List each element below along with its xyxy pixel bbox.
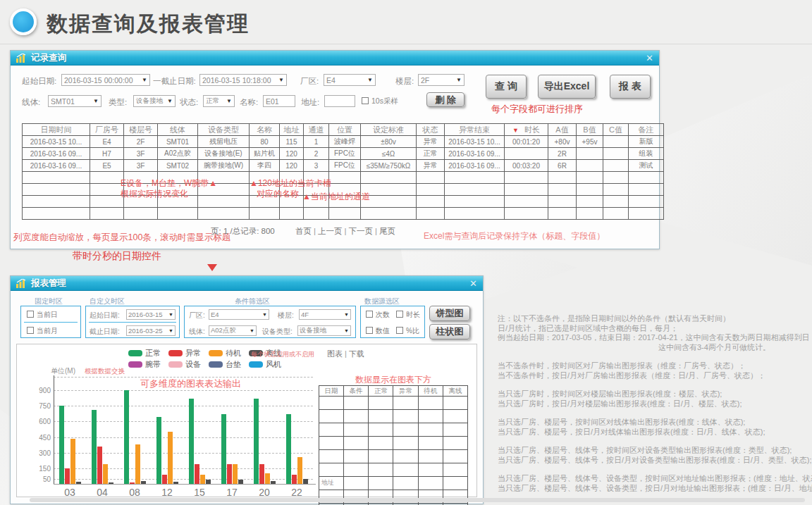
status-select[interactable]: 正常 ▼ [203, 95, 235, 107]
table-row[interactable]: 2016-03-15 10...E42FSMT01残留电压801151波峰焊±8… [23, 136, 664, 148]
legend-item-腕带[interactable]: 腕带 [128, 359, 161, 370]
area-label: 厂区: [300, 76, 319, 87]
column-header-label: 线体 [170, 125, 185, 134]
column-header-设定标准[interactable]: 设定标准 [361, 124, 417, 136]
value-checkbox[interactable]: 数值 [366, 326, 390, 336]
report-cell [418, 397, 443, 410]
legend-swatch [128, 350, 142, 356]
sampling-checkbox[interactable]: 10s采样 [362, 96, 398, 106]
name-input[interactable]: E01 [263, 95, 295, 107]
table-cell [548, 172, 577, 184]
note-line: 当不选条件时，按日/月对厂房输出图形报表（维度：日/月、厂房号、状态）； [498, 371, 812, 381]
nav-上一页[interactable]: 上一页 [318, 227, 343, 235]
area-select[interactable]: E4 ▼ [324, 74, 376, 86]
query-button[interactable]: 查 询 [486, 75, 527, 99]
column-header-日期时间[interactable]: 日期时间 [23, 124, 90, 136]
report-start-input[interactable]: 2016-03-15 ▼ [126, 309, 176, 320]
column-header-位置[interactable]: 位置 [329, 124, 361, 136]
nav-首页[interactable]: 首页 [295, 227, 312, 235]
column-header-通道[interactable]: 通道 [304, 124, 329, 136]
report-area-select[interactable]: E4 ▼ [209, 309, 269, 320]
close-icon[interactable]: ✕ [646, 54, 653, 63]
column-header-地址[interactable]: 地址 [280, 124, 304, 136]
unit-label: 单位(M) [51, 366, 75, 376]
line-label: 线体: [22, 97, 40, 108]
delete-button[interactable]: 删 除 [426, 92, 465, 107]
legend-item-正常[interactable]: 正常 [128, 348, 161, 359]
column-header-label: 厂房号 [95, 125, 118, 134]
bar-异常-17 [227, 464, 232, 484]
report-mgmt-titlebar[interactable]: 报表管理 ✕ [11, 276, 483, 291]
x-tick-label: 15 [183, 487, 216, 498]
address-input[interactable] [324, 95, 355, 107]
legend-swatch [128, 361, 142, 368]
current-month-checkbox[interactable]: 当前月 [27, 326, 58, 336]
column-header-C值[interactable]: C值 [603, 124, 629, 136]
gridline [54, 406, 313, 406]
percent-checkbox[interactable]: %比 [396, 326, 419, 336]
horizontal-scrollbar[interactable] [30, 498, 805, 502]
legend-item-待机[interactable]: 待机 [209, 348, 241, 359]
table-cell: 波峰焊 [329, 136, 361, 148]
report-end-input[interactable]: 2016-03-25 ▼ [126, 325, 176, 336]
table-row[interactable]: 2016-03-16 09...H73FA02点胶设备接地(E)贴片机1202F… [23, 148, 664, 160]
column-header-异常结束[interactable]: 异常结束 [445, 124, 505, 136]
column-header-线体[interactable]: 线体 [158, 124, 198, 136]
table-cell: 6R [548, 160, 577, 172]
address-label: 地址: [301, 97, 319, 108]
table-empty-row [23, 208, 664, 220]
line-select[interactable]: SMT01 ▼ [48, 95, 102, 107]
type-label: 类型: [109, 97, 127, 108]
close-icon[interactable]: ✕ [469, 279, 477, 288]
column-header-状态[interactable]: 状态 [417, 124, 445, 136]
column-header-A值[interactable]: A值 [548, 124, 577, 136]
chart-link[interactable]: 图表 [327, 349, 343, 358]
bar-chart-button[interactable]: 柱状图 [429, 324, 470, 339]
column-header-厂房号[interactable]: 厂房号 [90, 124, 124, 136]
table-cell [90, 208, 124, 220]
report-cell [344, 423, 369, 437]
report-button[interactable]: 报 表 [610, 75, 651, 99]
count-checkbox[interactable]: 次数 [366, 310, 390, 320]
record-query-titlebar[interactable]: 记录查询 ✕ [11, 51, 659, 66]
bar-正常-22 [286, 414, 291, 484]
type-select[interactable]: 设备接地 ▼ [133, 95, 176, 107]
nav-下一页[interactable]: 下一页 [349, 227, 374, 235]
legend-swatch [209, 361, 223, 368]
table-cell [445, 208, 505, 220]
bar-待机-04 [103, 464, 108, 484]
report-line-select[interactable]: A02点胶 ▼ [209, 325, 257, 336]
column-header-备注[interactable]: 备注 [629, 124, 664, 136]
table-row[interactable]: 2016-03-16 09...E53FSMT02腕带接地(W)李四1203FP… [23, 160, 664, 172]
column-header-设备类型[interactable]: 设备类型 [198, 124, 250, 136]
column-header-楼层号[interactable]: 楼层号 [124, 124, 158, 136]
report-devtype-select[interactable]: 设备接地 ▼ [297, 325, 351, 336]
table-cell: SMT01 [158, 136, 198, 148]
column-header-名称[interactable]: 名称 [250, 124, 280, 136]
table-cell [23, 184, 90, 196]
report-mgmt-window: 报表管理 ✕ 固定时区 自定义时区 条件筛选区 数据源选区 当前日 当前月 起始… [10, 275, 484, 504]
report-table-header-row: 日期条件正常异常待机离线 [319, 386, 468, 397]
nav-尾页[interactable]: 尾页 [379, 227, 395, 235]
column-header-时长[interactable]: ▼时长 [505, 124, 548, 136]
end-date-input[interactable]: 2016-03-15 10:18:00 ▼ [199, 74, 287, 86]
legend-item-设备[interactable]: 设备 [168, 359, 201, 370]
legend-item-风机[interactable]: 风机 [249, 359, 281, 370]
floor-select[interactable]: 2F ▼ [418, 74, 465, 86]
table-cell [124, 208, 158, 220]
column-header-B值[interactable]: B值 [577, 124, 603, 136]
report-floor-select[interactable]: 4F ▼ [299, 309, 351, 320]
start-date-input[interactable]: 2016-03-15 00:00:00 ▼ [61, 74, 150, 86]
export-excel-button[interactable]: 导出Excel [538, 75, 596, 99]
duration-checkbox[interactable]: 时长 [396, 310, 420, 320]
pie-chart-button[interactable]: 饼型图 [429, 306, 470, 321]
legend-item-异常[interactable]: 异常 [168, 348, 201, 359]
note-line: 当只选厂房、楼层号、线体号，按日/月对设备类型输出图形报表(维度：日/月、类型、… [498, 456, 812, 466]
bar-待机-03 [70, 439, 75, 484]
bar-正常-17 [221, 414, 226, 484]
download-link[interactable]: 下载 [349, 349, 364, 358]
table-cell [603, 160, 629, 172]
table-cell [90, 184, 124, 196]
legend-item-台垫[interactable]: 台垫 [209, 359, 241, 370]
current-day-checkbox[interactable]: 当前日 [27, 310, 58, 320]
